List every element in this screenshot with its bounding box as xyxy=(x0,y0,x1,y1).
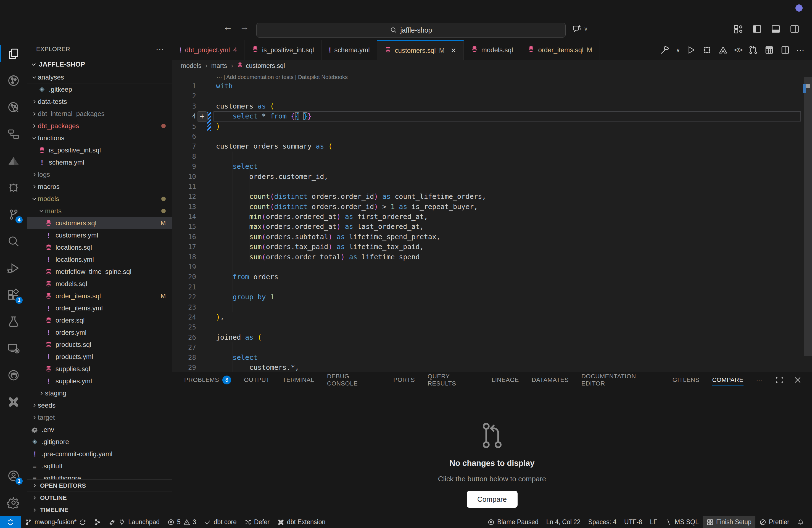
section-outline[interactable]: OUTLINE xyxy=(27,492,172,504)
activity-item-run-debug[interactable] xyxy=(0,254,27,281)
panel-tab-query-results[interactable]: QUERY RESULTS xyxy=(427,372,479,388)
chevron-down-icon[interactable]: ∨ xyxy=(676,47,680,53)
status-encoding[interactable]: UTF-8 xyxy=(620,516,646,528)
tab-schema.yml[interactable]: !schema.yml xyxy=(321,40,377,60)
close-panel-icon[interactable] xyxy=(793,376,802,384)
tree-item-orders.sql[interactable]: orders.sql xyxy=(27,314,172,326)
panel-tab-ports[interactable]: PORTS xyxy=(393,372,415,388)
code-line-15[interactable]: 15 max(orders.ordered_at) as last_ordere… xyxy=(172,222,812,232)
editor-scrollbar[interactable] xyxy=(804,77,812,356)
code-line-5[interactable]: 5) xyxy=(172,121,812,131)
status-dbt-extension[interactable]: dbt Extension xyxy=(273,516,329,528)
status-language-mode[interactable]: MS SQL xyxy=(661,516,702,528)
activity-item-search[interactable] xyxy=(0,228,27,254)
tree-item-seeds[interactable]: seeds xyxy=(27,399,172,411)
tree-item-customers.sql[interactable]: customers.sqlM xyxy=(27,217,172,229)
status-prettier[interactable]: Prettier xyxy=(755,516,793,528)
tree-item-dbt-packages[interactable]: dbt_packages xyxy=(27,120,172,132)
code-line-12[interactable]: 12 count(distinct orders.order_id) as co… xyxy=(172,192,812,202)
toggle-secondary-sidebar-icon[interactable] xyxy=(789,24,800,34)
activity-item-flowchart[interactable] xyxy=(0,121,27,147)
activity-item-testing[interactable] xyxy=(0,308,27,335)
tree-item-order-items.sql[interactable]: order_items.sqlM xyxy=(27,290,172,302)
activity-item-remote-explorer[interactable] xyxy=(0,335,27,362)
tree-item-customers.yml[interactable]: !customers.yml xyxy=(27,229,172,241)
tree-item-order-items.yml[interactable]: !order_items.yml xyxy=(27,302,172,314)
code-line-3[interactable]: 3customers as ( xyxy=(172,101,812,111)
split-editor-icon[interactable] xyxy=(780,45,790,55)
explorer-more-actions[interactable]: ⋯ xyxy=(156,44,164,54)
copilot-menu[interactable]: ∨ xyxy=(572,24,588,34)
tab-close-icon[interactable]: ✕ xyxy=(451,47,456,54)
code-line-28[interactable]: 28 select xyxy=(172,353,812,363)
run-icon[interactable] xyxy=(686,45,696,55)
code-line-9[interactable]: 9 select xyxy=(172,162,812,172)
panel-tab-datamates[interactable]: DATAMATES xyxy=(532,372,569,388)
code-line-7[interactable]: 7customer_orders_summary as ( xyxy=(172,142,812,151)
dbt-power-user-icon[interactable] xyxy=(702,45,712,55)
code-line-14[interactable]: 14 min(orders.ordered_at) as first_order… xyxy=(172,212,812,222)
code-line-26[interactable]: 26joined as ( xyxy=(172,333,812,342)
remote-indicator[interactable] xyxy=(0,516,21,528)
code-line-17[interactable]: 17 sum(orders.tax_paid) as lifetime_tax_… xyxy=(172,242,812,252)
tree-item-functions[interactable]: functions xyxy=(27,132,172,144)
more-icon[interactable]: ⋯ xyxy=(796,45,805,55)
tab-customers.sql[interactable]: customers.sqlM✕ xyxy=(377,40,464,60)
code-line-1[interactable]: 1with xyxy=(172,81,812,91)
status-indentation[interactable]: Spaces: 4 xyxy=(584,516,620,528)
status-blame[interactable]: Blame Paused xyxy=(483,516,542,528)
activity-item-source-control-search[interactable] xyxy=(0,94,27,121)
tree-item-products.yml[interactable]: !products.yml xyxy=(27,351,172,363)
panel-tab-output[interactable]: OUTPUT xyxy=(244,372,270,388)
customize-layout-icon[interactable] xyxy=(733,24,743,34)
panel-tab-terminal[interactable]: TERMINAL xyxy=(282,372,314,388)
gutter-add-button[interactable]: + xyxy=(197,111,208,122)
datapilot-icon[interactable] xyxy=(718,45,728,55)
tree-item-staging[interactable]: staging xyxy=(27,387,172,399)
tree-item-metricflow-time-spine.sql[interactable]: metricflow_time_spine.sql xyxy=(27,266,172,278)
status-branch[interactable]: mwong-fusion* xyxy=(21,516,90,528)
tree-item-supplies.sql[interactable]: supplies.sql xyxy=(27,363,172,375)
tree-item-locations.sql[interactable]: locations.sql xyxy=(27,241,172,253)
status-git-graph[interactable] xyxy=(90,516,105,528)
code-line-11[interactable]: 11 xyxy=(172,182,812,192)
tree-item-.sqlfluff[interactable]: ≡.sqlfluff xyxy=(27,460,172,472)
tree-item-locations.yml[interactable]: !locations.yml xyxy=(27,253,172,266)
activity-item-dbt-power-user[interactable] xyxy=(0,174,27,201)
code-line-6[interactable]: 6 xyxy=(172,131,812,142)
tab-models.sql[interactable]: models.sql xyxy=(464,40,521,60)
code-line-19[interactable]: 19 xyxy=(172,262,812,272)
tree-item-target[interactable]: target xyxy=(27,411,172,424)
panel-tab-problems[interactable]: PROBLEMS8 xyxy=(184,372,231,388)
tree-item-.pre-commit-config.yaml[interactable]: !.pre-commit-config.yaml xyxy=(27,448,172,460)
section-timeline[interactable]: TIMELINE xyxy=(27,504,172,516)
tab-order-items.sql[interactable]: order_items.sqlM xyxy=(520,40,599,60)
code-line-18[interactable]: 18 sum(orders.order_total) as lifetime_s… xyxy=(172,252,812,262)
activity-item-source-control-provider[interactable] xyxy=(0,67,27,94)
tree-item-.env[interactable]: .env xyxy=(27,424,172,436)
tab-dbt-project.yml[interactable]: !dbt_project.yml4 xyxy=(172,40,244,60)
code-line-22[interactable]: 22 group by 1 xyxy=(172,292,812,302)
code-line-25[interactable]: 25 xyxy=(172,322,812,332)
activity-item-altimate-logo[interactable] xyxy=(0,147,27,174)
tree-item-is-positive-int.sql[interactable]: is_positive_int.sql xyxy=(27,144,172,156)
panel-tab-documentation-editor[interactable]: DOCUMENTATION EDITOR xyxy=(581,372,660,388)
activity-item-accounts[interactable]: 1 xyxy=(0,462,27,489)
activity-item-settings[interactable] xyxy=(0,489,27,516)
code-line-10[interactable]: 10 orders.customer_id, xyxy=(172,172,812,182)
tree-item-.gitkeep[interactable]: .gitkeep xyxy=(27,84,172,96)
code-line-16[interactable]: 16 sum(orders.subtotal) as lifetime_spen… xyxy=(172,232,812,242)
tree-item-.sqlfluffignore[interactable]: ≡.sqlfluffignore xyxy=(27,472,172,480)
tree-item-macros[interactable]: macros xyxy=(27,180,172,193)
panel-tab--[interactable]: ⋯ xyxy=(756,372,763,388)
status-eol[interactable]: LF xyxy=(646,516,661,528)
status-launchpad[interactable]: Launchpad xyxy=(105,516,163,528)
query-results-icon[interactable] xyxy=(764,45,774,55)
codelens-actions[interactable]: ⋯ | Add documentation or tests | Datapil… xyxy=(217,72,348,82)
breadcrumb-file[interactable]: customers.sql xyxy=(237,62,285,70)
activity-item-extensions[interactable]: 1 xyxy=(0,281,27,308)
maximize-panel-icon[interactable] xyxy=(775,376,784,384)
build-tool-icon[interactable] xyxy=(660,45,670,55)
activity-item-dbt[interactable] xyxy=(0,388,27,415)
code-line-4[interactable]: 4 select * from {{ }} xyxy=(172,111,812,121)
